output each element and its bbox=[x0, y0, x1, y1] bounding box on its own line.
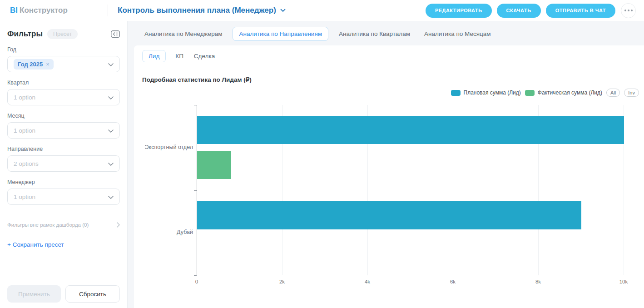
filter-list: ГодГод 2025×Квартал1 optionМесяц1 option… bbox=[7, 46, 120, 205]
chevron-down-icon bbox=[108, 129, 114, 133]
download-button[interactable]: СКАЧАТЬ bbox=[497, 4, 541, 18]
filter-group-quarter: Квартал1 option bbox=[7, 79, 120, 105]
axis-tick bbox=[194, 105, 197, 105]
filters-sidebar: Фильтры Пресет ГодГод 2025×Квартал1 opti… bbox=[0, 21, 128, 308]
chevron-down-icon bbox=[108, 96, 114, 99]
chevron-down-icon bbox=[108, 63, 114, 66]
chevron-down-icon bbox=[280, 9, 286, 12]
app-logo: BIКонструктор bbox=[10, 6, 108, 15]
tab-3[interactable]: Аналитика по Месяцам bbox=[421, 27, 495, 40]
tab-1[interactable]: Аналитика по Направлениям bbox=[233, 27, 328, 41]
legend-label: Плановая сумма (Лид) bbox=[464, 89, 521, 96]
sidebar-header: Фильтры Пресет bbox=[7, 29, 120, 39]
subtab-0[interactable]: Лид bbox=[142, 50, 166, 62]
tab-0[interactable]: Аналитика по Менеджерам bbox=[141, 27, 226, 40]
header-divider bbox=[108, 5, 108, 16]
filter-label-direction: Направление bbox=[7, 146, 120, 152]
apply-button[interactable]: Применить bbox=[7, 285, 61, 303]
chart-title: Подробная статистика по Лидам (₽) bbox=[142, 76, 639, 83]
preset-badge: Пресет bbox=[47, 29, 78, 39]
app-root: BIКонструктор Контроль выполнения плана … bbox=[0, 0, 644, 308]
x-tick-label: 8k bbox=[528, 279, 548, 284]
tab-2[interactable]: Аналитика по Кварталам bbox=[335, 27, 414, 40]
filter-select-quarter[interactable]: 1 option bbox=[7, 89, 120, 105]
select-placeholder: 1 option bbox=[14, 194, 35, 200]
chart-legend: Плановая сумма (Лид)Фактическая сумма (Л… bbox=[142, 89, 639, 97]
filter-label-month: Месяц bbox=[7, 113, 120, 119]
plan-bar bbox=[197, 116, 624, 144]
bar-chart: Экспортный отделДубай02k4k6k8k10k bbox=[142, 105, 639, 291]
collapse-sidebar-icon[interactable] bbox=[111, 30, 120, 38]
select-placeholder: 1 option bbox=[14, 127, 35, 134]
legend-button-inv[interactable]: Inv bbox=[624, 89, 639, 97]
filter-select-direction[interactable]: 2 options bbox=[7, 155, 120, 172]
x-tick-label: 2k bbox=[272, 279, 292, 284]
filter-select-year[interactable]: Год 2025× bbox=[7, 56, 120, 72]
legend-item-0[interactable]: Плановая сумма (Лид) bbox=[451, 89, 521, 96]
legend-item-1[interactable]: Фактическая сумма (Лид) bbox=[525, 89, 602, 96]
select-placeholder: 1 option bbox=[14, 94, 35, 101]
subtab-2[interactable]: Сделка bbox=[193, 50, 216, 62]
main-content: Аналитика по МенеджерамАналитика по Напр… bbox=[128, 21, 644, 308]
legend-swatch bbox=[451, 90, 461, 96]
logo-text: Конструктор bbox=[20, 6, 68, 15]
dashboard-title-dropdown[interactable]: Контроль выполнения плана (Менеджер) bbox=[118, 6, 286, 15]
subtab-1[interactable]: КП bbox=[174, 50, 184, 62]
legend-swatch bbox=[525, 90, 535, 96]
remove-tag-icon[interactable]: × bbox=[46, 61, 50, 68]
logo-bi: BI bbox=[10, 6, 18, 15]
x-tick-label: 4k bbox=[357, 279, 377, 284]
legend-label: Фактическая сумма (Лид) bbox=[538, 89, 602, 96]
save-preset-link[interactable]: + Сохранить пресет bbox=[7, 241, 120, 248]
page-title: Контроль выполнения плана (Менеджер) bbox=[118, 6, 276, 15]
entity-subtabs: ЛидКПСделка bbox=[142, 50, 639, 62]
tag-label: Год 2025 bbox=[18, 61, 43, 68]
category-label: Экспортный отдел bbox=[142, 144, 193, 150]
sidebar-actions: Применить Сбросить bbox=[7, 285, 120, 303]
send-to-chat-button[interactable]: ОТПРАВИТЬ В ЧАТ bbox=[546, 4, 615, 18]
filter-label-year: Год bbox=[7, 46, 120, 53]
chevron-right-icon bbox=[117, 222, 120, 228]
axis-tick bbox=[194, 275, 197, 276]
filter-group-manager: Менеджер1 option bbox=[7, 179, 120, 205]
filter-select-month[interactable]: 1 option bbox=[7, 122, 120, 139]
filter-select-manager[interactable]: 1 option bbox=[7, 189, 120, 205]
fact-bar bbox=[197, 151, 231, 179]
filters-title: Фильтры bbox=[7, 30, 43, 39]
chevron-down-icon bbox=[108, 196, 114, 199]
outer-filters-label: Фильтры вне рамок дашборда (0) bbox=[7, 222, 89, 228]
category-label: Дубай bbox=[142, 229, 193, 235]
x-tick-label: 10k bbox=[614, 279, 634, 284]
selected-tag: Год 2025× bbox=[14, 59, 54, 70]
filter-group-direction: Направление2 options bbox=[7, 146, 120, 172]
reset-button[interactable]: Сбросить bbox=[65, 285, 120, 303]
edit-button[interactable]: РЕДАКТИРОВАТЬ bbox=[426, 4, 492, 18]
filter-label-manager: Менеджер bbox=[7, 179, 120, 185]
filter-group-month: Месяц1 option bbox=[7, 113, 120, 139]
ellipsis-icon bbox=[624, 10, 626, 11]
plan-bar bbox=[197, 201, 581, 229]
select-placeholder: 2 options bbox=[14, 160, 39, 167]
more-options-button[interactable] bbox=[621, 3, 636, 18]
chart-card: ЛидКПСделка Подробная статистика по Лида… bbox=[134, 45, 644, 308]
outer-filters-row[interactable]: Фильтры вне рамок дашборда (0) bbox=[7, 222, 120, 228]
filter-label-quarter: Квартал bbox=[7, 79, 120, 86]
filter-group-year: ГодГод 2025× bbox=[7, 46, 120, 72]
legend-button-all[interactable]: All bbox=[606, 89, 620, 97]
analytics-tabs: Аналитика по МенеджерамАналитика по Напр… bbox=[141, 26, 644, 41]
x-tick-label: 0 bbox=[187, 279, 207, 284]
plot-area: 02k4k6k8k10k bbox=[197, 105, 624, 275]
axis-tick bbox=[194, 190, 197, 191]
chevron-down-icon bbox=[108, 163, 114, 166]
header: BIКонструктор Контроль выполнения плана … bbox=[0, 0, 644, 21]
x-tick-label: 6k bbox=[443, 279, 463, 284]
